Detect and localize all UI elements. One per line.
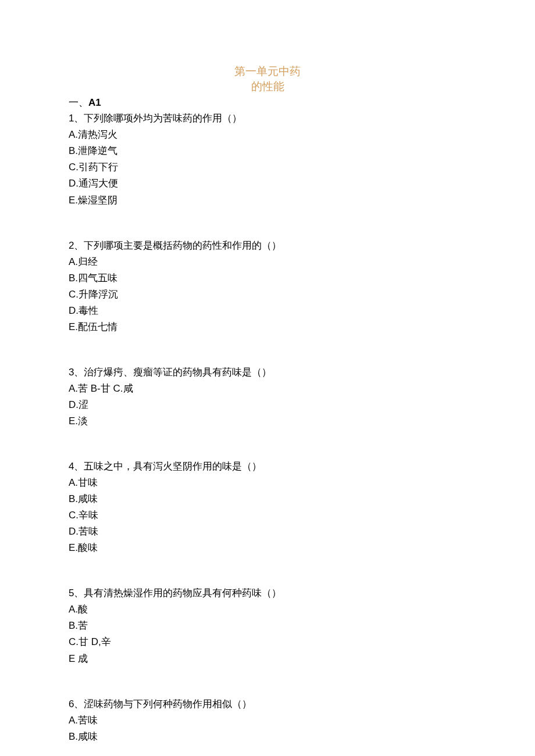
question-block: 3、治疗爆疞、瘦瘤等证的药物具有药味是（） A.苦 B-甘 C.咸 D.涩 E.… bbox=[69, 364, 466, 429]
section-code: A1 bbox=[88, 97, 101, 108]
question-option: E.配伍七情 bbox=[69, 319, 466, 335]
document-page: 第一单元中药 的性能 一、A1 1、下列除哪项外均为苦味药的作用（） A.清热泻… bbox=[0, 0, 535, 756]
question-block: 6、涩味药物与下列何种药物作用相似（） A.苦味 B.咸味 bbox=[69, 696, 466, 745]
question-option: D.毒性 bbox=[69, 303, 466, 319]
question-option: C.辛味 bbox=[69, 507, 466, 524]
question-block: 4、五味之中，具有泻火坚阴作用的味是（） A.甘味 B.咸味 C.辛味 D.苦味… bbox=[69, 458, 466, 556]
question-stem: 4、五味之中，具有泻火坚阴作用的味是（） bbox=[69, 458, 466, 475]
question-option: E.酸味 bbox=[69, 540, 466, 556]
section-heading: 一、A1 bbox=[69, 96, 466, 109]
question-option: A.归经 bbox=[69, 254, 466, 270]
question-option: B.咸味 bbox=[69, 729, 466, 745]
title-line-1: 第一单元中药 bbox=[234, 65, 301, 77]
question-option: D.涩 bbox=[69, 397, 466, 413]
question-stem: 6、涩味药物与下列何种药物作用相似（） bbox=[69, 696, 466, 712]
question-option: A.清热泻火 bbox=[69, 127, 466, 143]
question-option: C.甘 D,辛 bbox=[69, 634, 466, 650]
question-stem: 5、具有清热燥湿作用的药物应具有何种药味（） bbox=[69, 585, 466, 601]
question-option: A.酸 bbox=[69, 601, 466, 618]
question-option: B.咸味 bbox=[69, 491, 466, 507]
question-block: 2、下列哪项主要是概括药物的药性和作用的（） A.归经 B.四气五味 C.升降浮… bbox=[69, 238, 466, 335]
question-option: B.四气五味 bbox=[69, 270, 466, 286]
question-option: C.引药下行 bbox=[69, 159, 466, 175]
question-option: B.泄降逆气 bbox=[69, 143, 466, 159]
question-block: 5、具有清热燥湿作用的药物应具有何种药味（） A.酸 B.苦 C.甘 D,辛 E… bbox=[69, 585, 466, 667]
question-option: D.通泻大便 bbox=[69, 175, 466, 192]
question-option: A.苦 B-甘 C.咸 bbox=[69, 381, 466, 397]
question-option: A.苦味 bbox=[69, 712, 466, 729]
question-option: D.苦味 bbox=[69, 524, 466, 540]
question-stem: 3、治疗爆疞、瘦瘤等证的药物具有药味是（） bbox=[69, 364, 466, 381]
document-title: 第一单元中药 的性能 bbox=[69, 64, 466, 94]
question-option: A.甘味 bbox=[69, 475, 466, 491]
question-option: E 成 bbox=[69, 651, 466, 667]
title-line-2: 的性能 bbox=[251, 80, 284, 92]
question-option: C.升降浮沉 bbox=[69, 286, 466, 303]
question-option: B.苦 bbox=[69, 618, 466, 634]
question-option: E.燥湿坚阴 bbox=[69, 192, 466, 209]
question-block: 1、下列除哪项外均为苦味药的作用（） A.清热泻火 B.泄降逆气 C.引药下行 … bbox=[69, 110, 466, 208]
section-prefix: 一、 bbox=[69, 97, 88, 108]
question-option: E.淡 bbox=[69, 413, 466, 429]
question-stem: 1、下列除哪项外均为苦味药的作用（） bbox=[69, 110, 466, 127]
question-stem: 2、下列哪项主要是概括药物的药性和作用的（） bbox=[69, 238, 466, 254]
